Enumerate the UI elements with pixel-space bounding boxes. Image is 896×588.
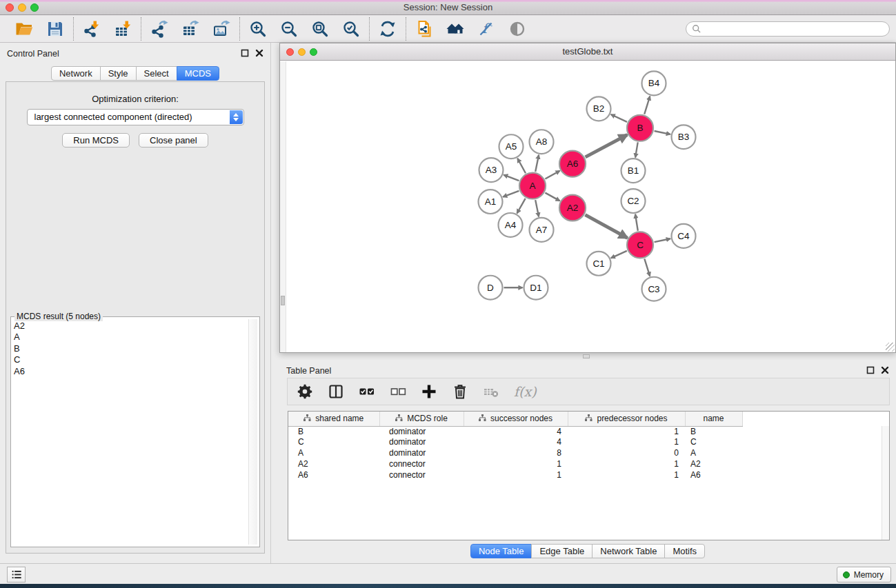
search-box[interactable] [686, 21, 890, 37]
graph-node-B4[interactable]: B4 [642, 71, 666, 95]
table-row[interactable]: A6connector11A6 [288, 470, 889, 481]
table-row[interactable]: Adominator80A [288, 448, 889, 459]
table-cell[interactable]: B [685, 426, 742, 437]
graph-edge-A6-B[interactable] [586, 135, 628, 157]
float-table-panel-icon[interactable] [866, 366, 875, 374]
table-cell[interactable]: 1 [464, 459, 568, 470]
graph-node-A4[interactable]: A4 [499, 213, 523, 237]
graph-edge-A-A1[interactable] [503, 191, 519, 197]
graph-edge-A-A2[interactable] [545, 193, 559, 201]
graph-edge-B-B3[interactable] [655, 131, 670, 134]
memory-button[interactable]: Memory [837, 567, 891, 582]
result-item[interactable]: A2 [14, 321, 247, 332]
export-table-button[interactable] [181, 20, 199, 38]
close-panel-icon[interactable] [255, 49, 263, 57]
function-builder-button[interactable]: f(x) [514, 384, 537, 399]
zoom-window-icon[interactable] [30, 3, 39, 12]
settings-button[interactable] [297, 383, 313, 400]
minimize-view-icon[interactable] [298, 48, 306, 56]
table-cell[interactable]: A6 [685, 470, 742, 481]
graph-node-C4[interactable]: C4 [672, 224, 696, 248]
graph-edge-C-C4[interactable] [655, 239, 670, 242]
graph-node-C2[interactable]: C2 [621, 189, 646, 213]
result-item[interactable]: A6 [14, 366, 247, 377]
scrollbar-handle[interactable] [281, 296, 285, 305]
column-header-predecessor-nodes[interactable]: predecessor nodes [568, 412, 685, 426]
table-scrollbar[interactable] [882, 426, 889, 540]
columns-button[interactable] [328, 383, 344, 400]
table-cell[interactable]: dominator [379, 448, 464, 459]
tab-select[interactable]: Select [136, 66, 177, 81]
network-window-titlebar[interactable]: testGlobe.txt [280, 43, 895, 61]
graph-edge-C-C3[interactable] [644, 258, 650, 276]
canvas-vertical-scrollbar[interactable] [280, 61, 286, 352]
table-cell[interactable]: connector [379, 470, 464, 481]
graph-node-A3[interactable]: A3 [479, 158, 504, 182]
float-panel-icon[interactable] [241, 49, 249, 57]
run-mcds-button[interactable]: Run MCDS [62, 133, 130, 148]
deselect-all-button[interactable] [390, 383, 406, 400]
table-cell[interactable]: connector [379, 459, 464, 470]
table-row[interactable]: Bdominator41B [288, 426, 889, 437]
save-session-button[interactable] [46, 20, 64, 38]
duplicate-view-button[interactable] [415, 20, 433, 38]
minimize-window-icon[interactable] [18, 3, 26, 12]
graph-node-D1[interactable]: D1 [524, 276, 548, 300]
result-item[interactable]: A [14, 332, 247, 343]
zoom-fit-button[interactable] [311, 20, 329, 38]
tab-motifs[interactable]: Motifs [664, 544, 705, 558]
criterion-select[interactable]: largest connected component (directed) [27, 109, 244, 125]
table-cell[interactable]: A [288, 448, 379, 459]
column-header-successor-nodes[interactable]: successor nodes [464, 412, 568, 426]
result-item[interactable]: C [14, 354, 247, 365]
result-item[interactable]: B [14, 343, 247, 354]
graph-node-C[interactable]: C [627, 232, 653, 258]
graph-edge-A-A8[interactable] [535, 155, 539, 172]
table-cell[interactable]: 1 [568, 459, 685, 470]
close-window-icon[interactable] [6, 3, 14, 12]
tab-network-table[interactable]: Network Table [592, 544, 665, 558]
graph-node-A8[interactable]: A8 [530, 130, 554, 154]
graph-edge-A-A7[interactable] [535, 200, 539, 216]
table-cell[interactable]: 8 [464, 448, 568, 459]
close-view-icon[interactable] [286, 48, 294, 56]
delete-button[interactable] [452, 383, 468, 400]
graph-edge-C-C1[interactable] [611, 251, 627, 258]
graph-edge-A-A6[interactable] [545, 171, 559, 179]
table-row[interactable]: A2connector11A2 [288, 459, 889, 470]
close-panel-button[interactable]: Close panel [139, 133, 208, 148]
graph-node-A1[interactable]: A1 [479, 190, 503, 214]
graph-node-B1[interactable]: B1 [621, 159, 646, 183]
graph-node-B3[interactable]: B3 [672, 125, 696, 149]
graph-node-B2[interactable]: B2 [587, 97, 611, 121]
refresh-button[interactable] [379, 20, 397, 38]
table-cell[interactable]: C [685, 437, 742, 448]
table-cell[interactable]: B [288, 426, 379, 437]
graph-edge-B-B1[interactable] [635, 142, 638, 157]
table-cell[interactable]: A2 [288, 459, 379, 470]
table-cell[interactable]: 1 [568, 426, 685, 437]
graph-node-A5[interactable]: A5 [499, 134, 524, 159]
column-header-shared-name[interactable]: shared name [288, 412, 379, 426]
import-table-button[interactable] [114, 20, 132, 38]
titlebar[interactable]: Session: New Session [0, 0, 896, 15]
tab-node-table[interactable]: Node Table [470, 544, 532, 558]
delete-table-button[interactable] [483, 383, 499, 400]
tab-style[interactable]: Style [100, 66, 137, 81]
table-cell[interactable]: 1 [568, 437, 685, 448]
window-resize-grip[interactable] [886, 343, 895, 352]
network-graph[interactable]: B4B2BB3A8A5A6A3B1AA1C2A2A4A7C4CC1C3DD1 [280, 61, 895, 352]
table-row[interactable]: Cdominator41C [288, 437, 889, 448]
zoom-selected-button[interactable] [342, 20, 360, 38]
graph-node-C3[interactable]: C3 [642, 277, 666, 301]
zoom-view-icon[interactable] [310, 48, 317, 56]
graph-node-B[interactable]: B [627, 115, 653, 141]
table-cell[interactable]: A2 [685, 459, 742, 470]
table-cell[interactable]: 4 [464, 437, 568, 448]
task-history-button[interactable] [7, 567, 26, 582]
column-header-name[interactable]: name [685, 412, 742, 426]
tab-edge-table[interactable]: Edge Table [531, 544, 593, 558]
split-divider-grip[interactable] [583, 354, 590, 358]
tab-mcds[interactable]: MCDS [177, 66, 219, 81]
zoom-in-button[interactable] [249, 20, 267, 38]
